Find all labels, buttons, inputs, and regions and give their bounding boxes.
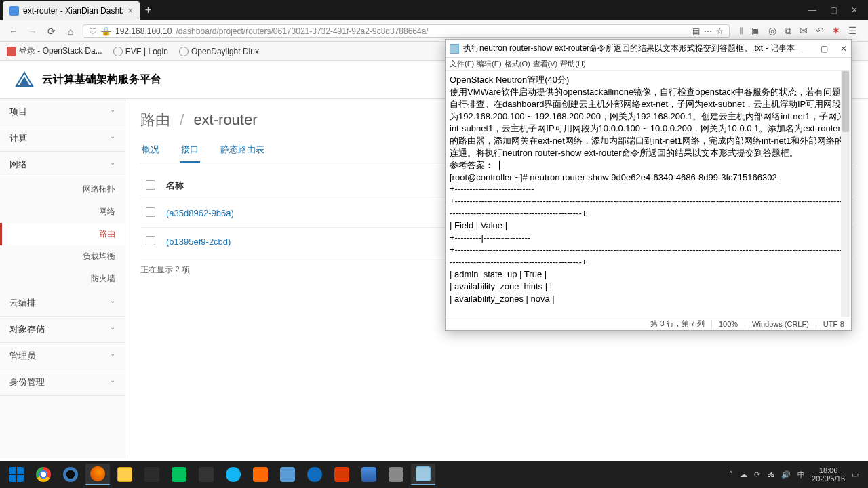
- taskbar-firefox[interactable]: [85, 464, 110, 485]
- taskbar-app6[interactable]: [302, 464, 327, 485]
- row-checkbox[interactable]: [146, 236, 155, 245]
- sidebar-identity[interactable]: 身份管理⌄: [0, 369, 125, 396]
- sidebar-objectstore[interactable]: 对象存储⌄: [0, 317, 125, 343]
- taskbar-qq[interactable]: [221, 464, 245, 485]
- bug-icon[interactable]: ✶: [832, 25, 840, 37]
- shield-icon: 🛡: [89, 26, 97, 36]
- notepad-window: 执行neutron router-show ext-router命令所返回的结果…: [445, 39, 852, 331]
- taskbar-chrome[interactable]: [31, 464, 56, 485]
- reader-icon[interactable]: ▤: [692, 26, 700, 36]
- taskbar-app3[interactable]: [194, 464, 218, 485]
- sidebar-item-loadbalancer[interactable]: 负载均衡: [0, 245, 125, 268]
- platform-title: 云计算基础架构服务平台: [42, 73, 161, 87]
- taskbar-app1[interactable]: [58, 464, 83, 485]
- minimize-icon[interactable]: —: [808, 5, 816, 15]
- bookmark-openstack[interactable]: 登录 - OpenStack Da...: [7, 45, 102, 57]
- back-button[interactable]: ←: [7, 26, 20, 37]
- tab-close-icon[interactable]: ×: [128, 6, 133, 16]
- notepad-textarea[interactable]: OpenStack Neutron管理(40分) 使用VMWare软件启动提供的…: [446, 71, 851, 317]
- interface-link[interactable]: (b1395ef9-2cbd): [166, 237, 231, 247]
- tray-chevron-icon[interactable]: ˄: [729, 470, 733, 479]
- undo-icon[interactable]: ↶: [816, 25, 824, 37]
- notepad-titlebar[interactable]: 执行neutron router-show ext-router命令所返回的结果…: [446, 40, 851, 58]
- maximize-icon[interactable]: ▢: [830, 5, 837, 15]
- bookmark-label: 登录 - OpenStack Da...: [19, 45, 102, 57]
- status-eol: Windows (CRLF): [745, 320, 816, 328]
- tray-sync-icon[interactable]: ⟳: [754, 470, 760, 479]
- tray-cloud-icon[interactable]: ☁: [740, 470, 747, 479]
- sidebar-label: 计算: [9, 132, 27, 144]
- taskbar-notepad[interactable]: [411, 464, 435, 485]
- taskbar-app7[interactable]: [330, 464, 354, 485]
- breadcrumb-current: ext-router: [193, 111, 257, 128]
- sidebar-item-firewall[interactable]: 防火墙: [0, 268, 125, 290]
- tab-favicon: [9, 6, 19, 16]
- bookmark-opendaylight[interactable]: OpenDaylight Dlux: [179, 47, 259, 56]
- sidebar-item-routers[interactable]: 路由: [0, 223, 125, 245]
- menu-icon[interactable]: ☰: [848, 25, 857, 37]
- sidebar-label: 对象存储: [9, 323, 45, 336]
- close-icon[interactable]: ✕: [851, 5, 858, 15]
- sidebar-orchestration[interactable]: 云编排⌄: [0, 290, 125, 317]
- browser-tab[interactable]: ext-router - XianDian Dashb ×: [3, 1, 140, 20]
- sidebar-compute[interactable]: 计算⌄: [0, 125, 125, 152]
- chat-icon[interactable]: ✉: [800, 25, 808, 37]
- chevron-down-icon: ⌄: [110, 132, 115, 144]
- tag-icon[interactable]: ⧉: [785, 25, 791, 37]
- taskbar-app8[interactable]: [384, 464, 408, 485]
- close-icon[interactable]: ✕: [840, 44, 847, 54]
- tab-interfaces[interactable]: 接口: [180, 138, 200, 163]
- maximize-icon[interactable]: ▢: [821, 44, 828, 54]
- taskbar-app2[interactable]: [140, 464, 164, 485]
- menu-edit[interactable]: 编辑(E): [477, 59, 502, 69]
- taskbar-explorer[interactable]: [113, 464, 137, 485]
- minimize-icon[interactable]: —: [800, 44, 808, 54]
- np-line: | admin_state_up | True |: [450, 269, 547, 279]
- tray-network-icon[interactable]: 🖧: [767, 470, 774, 479]
- reload-button[interactable]: ⟳: [45, 26, 58, 37]
- row-checkbox[interactable]: [146, 207, 155, 217]
- tab-overview[interactable]: 概况: [140, 138, 161, 163]
- tray-ime[interactable]: 中: [797, 470, 805, 480]
- system-tray: ˄ ☁ ⟳ 🖧 🔊 中 18:06 2020/5/16 ▭: [729, 466, 864, 483]
- menu-file[interactable]: 文件(F): [450, 59, 474, 69]
- taskbar-app4[interactable]: [248, 464, 273, 485]
- home-button[interactable]: ⌂: [64, 26, 77, 37]
- notification-icon[interactable]: ▭: [852, 470, 859, 479]
- sidebar-item-topology[interactable]: 网络拓扑: [0, 178, 125, 201]
- start-button[interactable]: [4, 464, 28, 485]
- select-all-checkbox[interactable]: [146, 180, 155, 190]
- forward-button[interactable]: →: [26, 26, 39, 37]
- sidebar: 项目⌄ 计算⌄ 网络⌄ 网络拓扑 网络 路由 负载均衡 防火墙 云编排⌄ 对象存…: [0, 99, 125, 458]
- interface-link[interactable]: (a35d8962-9b6a): [166, 208, 234, 218]
- toolbar-icons: ⫴ ▣ ◎ ⧉ ✉ ↶ ✶ ☰: [735, 25, 861, 37]
- scrollbar[interactable]: [841, 71, 850, 317]
- taskbar: ˄ ☁ ⟳ 🖧 🔊 中 18:06 2020/5/16 ▭: [0, 461, 868, 488]
- taskbar-app5[interactable]: [275, 464, 300, 485]
- menu-view[interactable]: 查看(V): [533, 59, 558, 69]
- menu-format[interactable]: 格式(O): [505, 59, 530, 69]
- tray-volume-icon[interactable]: 🔊: [781, 470, 791, 479]
- tab-static-routes[interactable]: 静态路由表: [219, 138, 266, 163]
- account-icon[interactable]: ◎: [768, 25, 776, 37]
- more-icon[interactable]: ⋯: [704, 26, 712, 36]
- np-line: +---------------------------------------…: [450, 245, 845, 267]
- menu-help[interactable]: 帮助(H): [560, 59, 585, 69]
- breadcrumb-root[interactable]: 路由: [140, 111, 170, 128]
- bookmark-eve[interactable]: EVE | Login: [113, 47, 168, 56]
- taskbar-wechat[interactable]: [167, 464, 191, 485]
- sidebar-network[interactable]: 网络⌄: [0, 152, 125, 178]
- sidebar-admin[interactable]: 管理员⌄: [0, 343, 125, 369]
- chevron-down-icon: ⌄: [110, 297, 115, 309]
- new-tab-button[interactable]: +: [145, 4, 151, 16]
- sidebar-icon[interactable]: ▣: [751, 25, 760, 37]
- bookmark-star-icon[interactable]: ☆: [716, 26, 724, 36]
- sidebar-project[interactable]: 项目⌄: [0, 99, 125, 125]
- np-line: +---------------------------------------…: [450, 196, 845, 218]
- library-icon[interactable]: ⫴: [739, 25, 743, 37]
- taskbar-clock[interactable]: 18:06 2020/5/16: [812, 466, 845, 483]
- url-bar[interactable]: 🛡 🔒 192.168.100.10/dashboard/project/rou…: [83, 24, 730, 38]
- np-line: 使用VMWare软件启动提供的openstackallinone镜像，自行检查o…: [450, 87, 846, 158]
- taskbar-vmware[interactable]: [357, 464, 381, 485]
- sidebar-item-networks[interactable]: 网络: [0, 201, 125, 223]
